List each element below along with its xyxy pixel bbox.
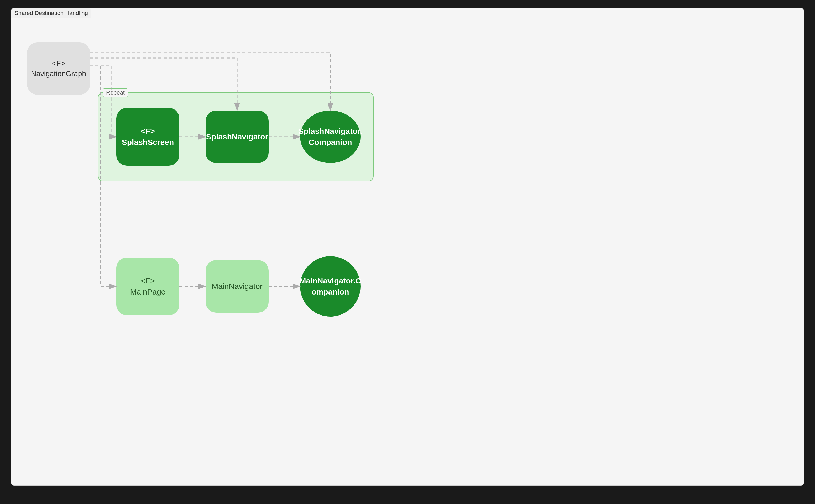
splash-screen-node[interactable]: <F> SplashScreen (116, 108, 179, 166)
main-page-line2: MainPage (130, 286, 165, 297)
repeat-label: Repeat (103, 88, 128, 97)
navigation-graph-node[interactable]: <F> NavigationGraph (27, 42, 90, 95)
main-window: Shared Destination Handling <F> Navigati… (11, 8, 804, 486)
splash-navigator-label: SplashNavigator (206, 131, 268, 142)
main-companion-node[interactable]: MainNavigator.C ompanion (300, 256, 361, 317)
splash-navigator-node[interactable]: SplashNavigator (206, 111, 269, 163)
splash-companion-line1: SplashNavigator. (298, 126, 362, 137)
splash-companion-node[interactable]: SplashNavigator. Companion (300, 111, 361, 163)
splash-screen-line1: <F> (141, 126, 155, 137)
nav-graph-line2: NavigationGraph (31, 69, 86, 79)
canvas: <F> NavigationGraph Repeat <F> SplashScr… (11, 21, 804, 485)
main-companion-line1: MainNavigator.C (299, 275, 361, 286)
splash-companion-line2: Companion (309, 137, 352, 148)
main-navigator-node[interactable]: MainNavigator (206, 260, 269, 313)
window-title: Shared Destination Handling (14, 10, 88, 16)
splash-screen-line2: SplashScreen (122, 137, 174, 148)
title-bar: Shared Destination Handling (11, 8, 91, 18)
main-page-node[interactable]: <F> MainPage (116, 258, 179, 315)
main-companion-line2: ompanion (311, 286, 349, 297)
connections-svg (11, 21, 804, 485)
main-navigator-label: MainNavigator (212, 281, 262, 292)
nav-graph-line1: <F> (52, 58, 65, 69)
main-page-line1: <F> (141, 275, 155, 286)
